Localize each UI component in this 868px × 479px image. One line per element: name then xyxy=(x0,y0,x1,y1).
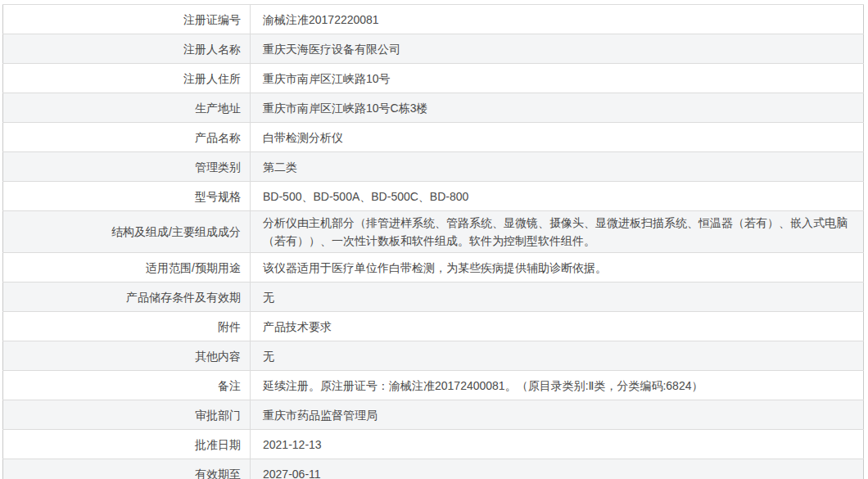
table-row: 批准日期 2021-12-13 xyxy=(3,430,864,459)
row-value: BD-500、BD-500A、BD-500C、BD-800 xyxy=(251,182,864,211)
row-value: 白带检测分析仪 xyxy=(251,123,864,152)
row-label: 结构及组成/主要组成成分 xyxy=(3,211,251,253)
row-label: 备注 xyxy=(3,371,251,400)
row-label: 管理类别 xyxy=(3,152,251,182)
table-row: 适用范围/预期用途 该仪器适用于医疗单位作白带检测，为某些疾病提供辅助诊断依据。 xyxy=(3,253,864,282)
table-row: 其他内容 无 xyxy=(3,341,864,371)
row-value: 无 xyxy=(251,341,864,371)
table-row: 附件 产品技术要求 xyxy=(3,312,864,341)
row-value: 重庆市南岸区江峡路10号 xyxy=(251,64,864,93)
table-row: 有效期至 2027-06-11 xyxy=(3,459,864,479)
row-value: 无 xyxy=(251,282,864,312)
row-value: 重庆市药品监督管理局 xyxy=(251,400,864,430)
row-value: 重庆市南岸区江峡路10号C栋3楼 xyxy=(251,93,864,123)
row-value: 第二类 xyxy=(251,152,864,182)
row-label: 其他内容 xyxy=(3,341,251,371)
row-value: 2021-12-13 xyxy=(251,430,864,459)
row-value: 该仪器适用于医疗单位作白带检测，为某些疾病提供辅助诊断依据。 xyxy=(251,253,864,282)
row-value: 产品技术要求 xyxy=(251,312,864,341)
row-label: 注册人住所 xyxy=(3,64,251,93)
table-row: 型号规格 BD-500、BD-500A、BD-500C、BD-800 xyxy=(3,182,864,211)
row-label: 产品名称 xyxy=(3,123,251,152)
table-row: 结构及组成/主要组成成分 分析仪由主机部分（排管进样系统、管路系统、显微镜、摄像… xyxy=(3,211,864,253)
table-row: 产品名称 白带检测分析仪 xyxy=(3,123,864,152)
row-label: 生产地址 xyxy=(3,93,251,123)
row-label: 有效期至 xyxy=(3,459,251,479)
row-label: 产品储存条件及有效期 xyxy=(3,282,251,312)
table-row: 备注 延续注册。原注册证号：渝械注准20172400081。（原目录类别:Ⅱ类，… xyxy=(3,371,864,400)
row-value: 2027-06-11 xyxy=(251,459,864,479)
row-value: 分析仪由主机部分（排管进样系统、管路系统、显微镜、摄像头、显微进板扫描系统、恒温… xyxy=(251,211,864,253)
table-row: 注册证编号 渝械注准20172220081 xyxy=(3,5,864,34)
row-label: 附件 xyxy=(3,312,251,341)
row-value: 重庆天海医疗设备有限公司 xyxy=(251,34,864,64)
table-row: 管理类别 第二类 xyxy=(3,152,864,182)
row-label: 审批部门 xyxy=(3,400,251,430)
registration-detail-page: 注册证编号 渝械注准20172220081 注册人名称 重庆天海医疗设备有限公司… xyxy=(0,0,868,479)
row-label: 适用范围/预期用途 xyxy=(3,253,251,282)
row-label: 型号规格 xyxy=(3,182,251,211)
row-label: 注册人名称 xyxy=(3,34,251,64)
row-value: 延续注册。原注册证号：渝械注准20172400081。（原目录类别:Ⅱ类，分类编… xyxy=(251,371,864,400)
row-label: 批准日期 xyxy=(3,430,251,459)
table-row: 注册人名称 重庆天海医疗设备有限公司 xyxy=(3,34,864,64)
table-row: 生产地址 重庆市南岸区江峡路10号C栋3楼 xyxy=(3,93,864,123)
table-row: 注册人住所 重庆市南岸区江峡路10号 xyxy=(3,64,864,93)
table-row: 产品储存条件及有效期 无 xyxy=(3,282,864,312)
table-row: 审批部门 重庆市药品监督管理局 xyxy=(3,400,864,430)
registration-info-table: 注册证编号 渝械注准20172220081 注册人名称 重庆天海医疗设备有限公司… xyxy=(2,4,864,479)
row-label: 注册证编号 xyxy=(3,5,251,34)
row-value: 渝械注准20172220081 xyxy=(251,5,864,34)
